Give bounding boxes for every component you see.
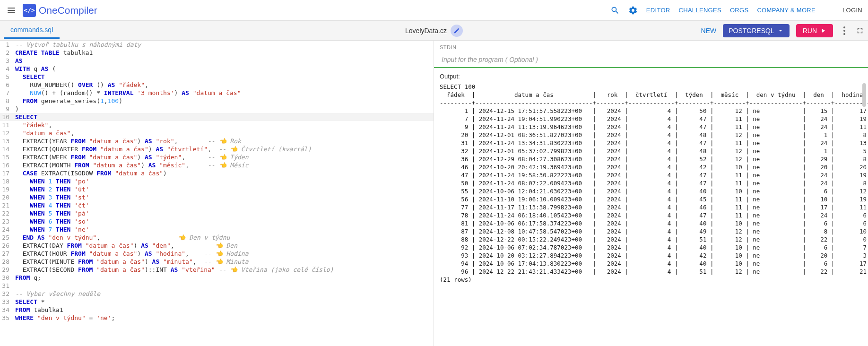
code-line[interactable]: 18 WHEN 1 THEN 'po': [0, 177, 434, 185]
hamburger-icon[interactable]: [6, 5, 17, 16]
code-line[interactable]: 20 WHEN 3 THEN 'st': [0, 193, 434, 201]
code-content: WITH q AS (: [13, 65, 434, 73]
code-content: AS: [13, 57, 434, 65]
gutter-number: 4: [0, 65, 13, 73]
code-content: EXTRACT(QUARTER FROM "datum a čas") AS "…: [13, 145, 434, 153]
document-title-text: LovelyData.cz: [405, 27, 447, 35]
code-line[interactable]: 35WHERE "den v týdnu" = 'ne';: [0, 314, 434, 322]
gutter-number: 15: [0, 153, 13, 161]
code-content: EXTRACT(MONTH FROM "datum a čas") AS "mě…: [13, 161, 434, 169]
code-line[interactable]: 30FROM q;: [0, 274, 434, 282]
gutter-number: 34: [0, 306, 13, 314]
login-button[interactable]: LOGIN: [842, 7, 862, 14]
gutter-number: 21: [0, 201, 13, 209]
nav-company-more[interactable]: COMPANY & MORE: [757, 7, 816, 14]
code-line[interactable]: 6 ROW_NUMBER() OVER () AS "řádek",: [0, 81, 434, 89]
code-line[interactable]: 7 NOW() + (random() * INTERVAL '3 months…: [0, 89, 434, 97]
code-line[interactable]: 8 FROM generate_series(1,100): [0, 97, 434, 105]
code-line[interactable]: 15 EXTRACT(WEEK FROM "datum a čas") AS "…: [0, 153, 434, 161]
code-line[interactable]: 33SELECT *: [0, 298, 434, 306]
gutter-number: 12: [0, 129, 13, 137]
code-line[interactable]: 2CREATE TABLE tabulka1: [0, 49, 434, 57]
code-content: WHEN 6 THEN 'so': [13, 217, 434, 225]
code-line[interactable]: 16 EXTRACT(MONTH FROM "datum a čas") AS …: [0, 161, 434, 169]
code-line[interactable]: 31: [0, 282, 434, 290]
code-line[interactable]: 14 EXTRACT(QUARTER FROM "datum a čas") A…: [0, 145, 434, 153]
code-content: CASE EXTRACT(ISODOW FROM "datum a čas"): [13, 169, 434, 177]
gutter-number: 22: [0, 209, 13, 217]
code-line[interactable]: 19 WHEN 2 THEN 'út': [0, 185, 434, 193]
code-line[interactable]: 21 WHEN 4 THEN 'čt': [0, 201, 434, 209]
gutter-number: 23: [0, 217, 13, 225]
gutter-number: 33: [0, 298, 13, 306]
code-content: WHEN 7 THEN 'ne': [13, 225, 434, 234]
code-content: -- Vytvoř tabulku s náhodnými daty: [13, 41, 434, 49]
gutter-number: 13: [0, 137, 13, 145]
code-content: EXTRACT(HOUR FROM "datum a čas") AS "hod…: [13, 250, 434, 258]
code-line[interactable]: 28 EXTRACT(MINUTE FROM "datum a čas") AS…: [0, 258, 434, 266]
edit-title-button[interactable]: [451, 25, 463, 37]
code-line[interactable]: 1-- Vytvoř tabulku s náhodnými daty: [0, 41, 434, 49]
main: 1-- Vytvoř tabulku s náhodnými daty2CREA…: [0, 41, 868, 346]
fullscreen-icon[interactable]: [856, 26, 864, 35]
output-box[interactable]: SELECT 100 řádek | datum a čas | rok | č…: [434, 83, 868, 346]
gutter-number: 19: [0, 185, 13, 193]
code-content: EXTRACT(SECOND FROM "datum a čas")::INT …: [13, 266, 434, 274]
right-panel: STDIN Output: SELECT 100 řádek | datum a…: [434, 41, 868, 346]
code-content: EXTRACT(DAY FROM "datum a čas") AS "den"…: [13, 242, 434, 250]
gutter-number: 17: [0, 169, 13, 177]
code-content: WHEN 4 THEN 'čt': [13, 201, 434, 209]
language-label: POSTGRESQL: [729, 27, 774, 35]
code-line[interactable]: 9): [0, 105, 434, 113]
code-editor[interactable]: 1-- Vytvoř tabulku s náhodnými daty2CREA…: [0, 41, 434, 346]
code-line[interactable]: 25 END AS "den v týdnu", -- 👈 Den v týdn…: [0, 234, 434, 242]
run-button[interactable]: RUN: [796, 24, 833, 37]
stdin-input[interactable]: [434, 52, 868, 68]
new-button[interactable]: NEW: [701, 27, 717, 35]
gutter-number: 28: [0, 258, 13, 266]
topbar-right: EDITOR CHALLENGES ORGS COMPANY & MORE LO…: [610, 3, 862, 17]
code-content: SELECT: [13, 73, 434, 81]
gutter-number: 8: [0, 97, 13, 105]
code-content: EXTRACT(WEEK FROM "datum a čas") AS "týd…: [13, 153, 434, 161]
file-tab[interactable]: commands.sql: [4, 22, 60, 39]
gutter-number: 26: [0, 242, 13, 250]
code-line[interactable]: 29 EXTRACT(SECOND FROM "datum a čas")::I…: [0, 266, 434, 274]
code-content: FROM q;: [13, 274, 434, 282]
code-line[interactable]: 4WITH q AS (: [0, 65, 434, 73]
code-line[interactable]: 23 WHEN 6 THEN 'so': [0, 217, 434, 225]
code-content: EXTRACT(MINUTE FROM "datum a čas") AS "m…: [13, 258, 434, 266]
code-line[interactable]: 32-- Vyber všechny neděle: [0, 290, 434, 298]
code-content: END AS "den v týdnu", -- 👈 Den v týdnu: [13, 234, 434, 242]
code-line[interactable]: 5 SELECT: [0, 73, 434, 81]
nav-editor[interactable]: EDITOR: [646, 7, 670, 14]
code-content: WHEN 2 THEN 'út': [13, 185, 434, 193]
gutter-number: 27: [0, 250, 13, 258]
nav-orgs[interactable]: ORGS: [730, 7, 748, 14]
language-select[interactable]: POSTGRESQL: [723, 24, 789, 37]
scrollbar-thumb[interactable]: [862, 83, 866, 107]
code-content: SELECT *: [13, 298, 434, 306]
more-options-button[interactable]: [840, 26, 849, 35]
run-label: RUN: [803, 27, 817, 35]
code-line[interactable]: 34FROM tabulka1: [0, 306, 434, 314]
brand[interactable]: </> OneCompiler: [23, 4, 97, 17]
search-icon[interactable]: [610, 6, 620, 15]
code-line[interactable]: 13 EXTRACT(YEAR FROM "datum a čas") AS "…: [0, 137, 434, 145]
settings-gear-icon[interactable]: [628, 6, 638, 15]
code-content: WHEN 3 THEN 'st': [13, 193, 434, 201]
code-line[interactable]: 11 "řádek",: [0, 121, 434, 129]
code-line[interactable]: 26 EXTRACT(DAY FROM "datum a čas") AS "d…: [0, 242, 434, 250]
nav-challenges[interactable]: CHALLENGES: [679, 7, 721, 14]
code-line[interactable]: 27 EXTRACT(HOUR FROM "datum a čas") AS "…: [0, 250, 434, 258]
code-line[interactable]: 24 WHEN 7 THEN 'ne': [0, 225, 434, 234]
gutter-number: 31: [0, 282, 13, 290]
code-line[interactable]: 10SELECT: [0, 113, 434, 121]
code-line[interactable]: 22 WHEN 5 THEN 'pá': [0, 209, 434, 217]
code-line[interactable]: 17 CASE EXTRACT(ISODOW FROM "datum a čas…: [0, 169, 434, 177]
code-content: EXTRACT(YEAR FROM "datum a čas") AS "rok…: [13, 137, 434, 145]
gutter-number: 30: [0, 274, 13, 282]
code-line[interactable]: 3AS: [0, 57, 434, 65]
gutter-number: 35: [0, 314, 13, 322]
code-line[interactable]: 12 "datum a čas",: [0, 129, 434, 137]
